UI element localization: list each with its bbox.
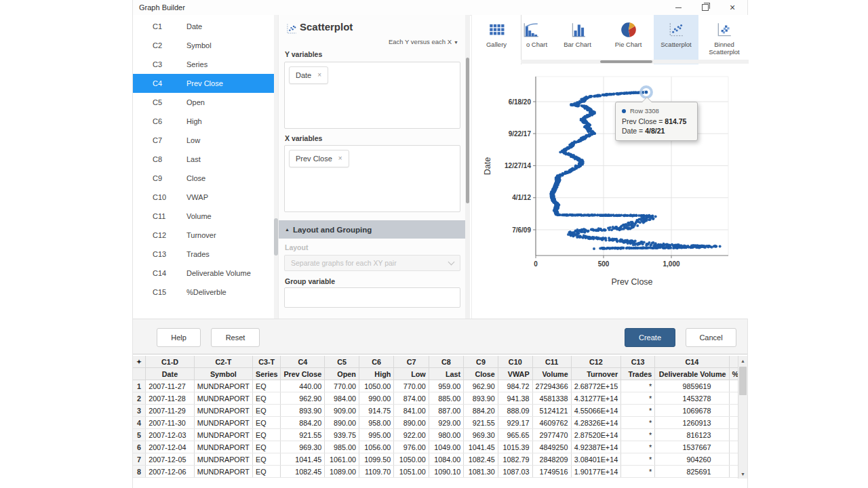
- worksheet-cell[interactable]: EQ: [252, 417, 280, 429]
- column-id-header[interactable]: C1-D: [146, 356, 195, 368]
- column-name-header[interactable]: Symbol: [194, 368, 252, 380]
- worksheet-cell[interactable]: EQ: [252, 441, 280, 453]
- worksheet-cell[interactable]: EQ: [252, 466, 280, 478]
- worksheet-cell[interactable]: 1109.70: [359, 466, 393, 478]
- column-id-header[interactable]: C13: [621, 356, 655, 368]
- worksheet-cell[interactable]: 1453278: [655, 392, 729, 405]
- worksheet-cell[interactable]: 939.75: [325, 429, 359, 441]
- worksheet-cell[interactable]: MUNDRAPORT: [194, 453, 252, 466]
- column-item-c2[interactable]: C2Symbol: [133, 36, 278, 55]
- worksheet-cell[interactable]: 965.65: [498, 429, 532, 441]
- row-number[interactable]: 4: [133, 417, 146, 429]
- worksheet-cell[interactable]: *: [621, 417, 655, 429]
- worksheet-cell[interactable]: 885.00: [429, 392, 463, 405]
- worksheet-cell[interactable]: *: [621, 405, 655, 417]
- worksheet-cell[interactable]: 1041.45: [281, 453, 325, 466]
- worksheet-cell[interactable]: 984.00: [325, 392, 359, 405]
- column-id-header[interactable]: C9: [464, 356, 498, 368]
- worksheet-cell[interactable]: 1081.30: [464, 466, 498, 478]
- worksheet-scrollbar[interactable]: ▲ ▼: [738, 356, 747, 479]
- scroll-up-icon[interactable]: ▲: [738, 356, 747, 365]
- worksheet-cell[interactable]: 890.00: [394, 417, 429, 429]
- worksheet-cell[interactable]: 4609762: [532, 417, 571, 429]
- chart-type-tab-binned[interactable]: Binned Scatterplot: [698, 15, 750, 64]
- corner-blank[interactable]: [133, 368, 146, 380]
- worksheet-cell[interactable]: 984.72: [498, 380, 532, 392]
- worksheet-cell[interactable]: 969.30: [464, 429, 498, 441]
- column-name-header[interactable]: Date: [146, 368, 195, 380]
- worksheet-cell[interactable]: 2007-12-06: [146, 466, 195, 478]
- row-number[interactable]: 1: [133, 380, 146, 392]
- chart-type-tab-gallery[interactable]: Gallery: [472, 15, 521, 64]
- worksheet-cell[interactable]: 2007-11-28: [146, 392, 195, 405]
- worksheet-cell[interactable]: EQ: [252, 380, 280, 392]
- x-variable-chip[interactable]: Prev Close×: [289, 150, 349, 167]
- minimize-button[interactable]: [665, 0, 692, 15]
- worksheet-cell[interactable]: 816123: [655, 429, 729, 441]
- worksheet-cell[interactable]: MUNDRAPORT: [194, 417, 252, 429]
- column-id-header[interactable]: C4: [281, 356, 325, 368]
- worksheet-cell[interactable]: 884.20: [281, 417, 325, 429]
- worksheet-cell[interactable]: 2.68772E+15: [571, 380, 621, 392]
- column-id-header[interactable]: C3-T: [252, 356, 280, 368]
- worksheet-cell[interactable]: 980.00: [429, 429, 463, 441]
- worksheet-cell[interactable]: 2007-12-04: [146, 441, 195, 453]
- worksheet-table[interactable]: ✦C1-DC2-TC3-TC4C5C6C7C8C9C10C11C12C13C14…: [133, 356, 747, 478]
- layout-select[interactable]: Separate graphs for each XY pair: [284, 255, 460, 271]
- create-button[interactable]: Create: [625, 328, 675, 347]
- layout-grouping-section-header[interactable]: ▲ Layout and Grouping: [279, 220, 465, 239]
- worksheet-cell[interactable]: MUNDRAPORT: [194, 405, 252, 417]
- worksheet-cell[interactable]: *: [621, 453, 655, 466]
- column-name-header[interactable]: Close: [464, 368, 498, 380]
- columns-scrollbar-thumb[interactable]: [274, 218, 278, 256]
- group-variable-dropzone[interactable]: [284, 287, 460, 308]
- worksheet-cell[interactable]: 962.90: [464, 380, 498, 392]
- worksheet-cell[interactable]: MUNDRAPORT: [194, 441, 252, 453]
- worksheet-cell[interactable]: 2848209: [532, 453, 571, 466]
- worksheet-cell[interactable]: 1049.00: [429, 441, 463, 453]
- worksheet-cell[interactable]: 1260913: [655, 417, 729, 429]
- worksheet-cell[interactable]: 874.00: [394, 392, 429, 405]
- worksheet-cell[interactable]: 893.90: [281, 405, 325, 417]
- worksheet-cell[interactable]: EQ: [252, 405, 280, 417]
- row-number[interactable]: 6: [133, 441, 146, 453]
- column-item-c7[interactable]: C7Low: [133, 131, 278, 150]
- gallery-scrollbar-thumb[interactable]: [600, 60, 652, 63]
- worksheet-cell[interactable]: 1082.79: [498, 453, 532, 466]
- worksheet-cell[interactable]: 2007-12-03: [146, 429, 195, 441]
- worksheet-cell[interactable]: 4581338: [532, 392, 571, 405]
- reset-button[interactable]: Reset: [211, 328, 260, 347]
- scroll-down-icon[interactable]: ▼: [738, 469, 747, 479]
- worksheet-cell[interactable]: 1099.50: [359, 453, 393, 466]
- worksheet-cell[interactable]: 969.30: [281, 441, 325, 453]
- worksheet-cell[interactable]: 914.75: [359, 405, 393, 417]
- worksheet-cell[interactable]: 1056.00: [359, 441, 393, 453]
- column-item-c11[interactable]: C11Volume: [133, 207, 278, 226]
- column-item-c10[interactable]: C10VWAP: [133, 188, 278, 207]
- y-variables-dropzone[interactable]: Date×: [284, 62, 460, 129]
- column-id-header[interactable]: C11: [532, 356, 571, 368]
- column-item-c6[interactable]: C6High: [133, 112, 278, 131]
- worksheet-cell[interactable]: *: [621, 392, 655, 405]
- worksheet-cell[interactable]: EQ: [252, 392, 280, 405]
- worksheet-cell[interactable]: 1050.00: [394, 453, 429, 466]
- column-name-header[interactable]: Volume: [532, 368, 571, 380]
- worksheet-cell[interactable]: MUNDRAPORT: [194, 392, 252, 405]
- column-id-header[interactable]: C7: [394, 356, 429, 368]
- worksheet-cell[interactable]: 1.90177E+14: [571, 466, 621, 478]
- worksheet-cell[interactable]: 5124121: [532, 405, 571, 417]
- chart-type-tab-pareto[interactable]: o Chart: [521, 15, 552, 64]
- worksheet-cell[interactable]: 976.00: [394, 441, 429, 453]
- worksheet-cell[interactable]: 27294366: [532, 380, 571, 392]
- chart-type-tab-scatter[interactable]: Scatterplot: [654, 15, 698, 64]
- worksheet-cell[interactable]: 929.17: [498, 417, 532, 429]
- worksheet-cell[interactable]: 921.55: [464, 417, 498, 429]
- worksheet-cell[interactable]: 1090.10: [429, 466, 463, 478]
- column-name-header[interactable]: VWAP: [498, 368, 532, 380]
- worksheet-cell[interactable]: 9859619: [655, 380, 729, 392]
- settings-scrollbar-thumb[interactable]: [466, 58, 469, 203]
- worksheet-cell[interactable]: 888.09: [498, 405, 532, 417]
- worksheet-cell[interactable]: 440.00: [281, 380, 325, 392]
- column-name-header[interactable]: Series: [252, 368, 280, 380]
- column-item-c14[interactable]: C14Deliverable Volume: [133, 264, 278, 283]
